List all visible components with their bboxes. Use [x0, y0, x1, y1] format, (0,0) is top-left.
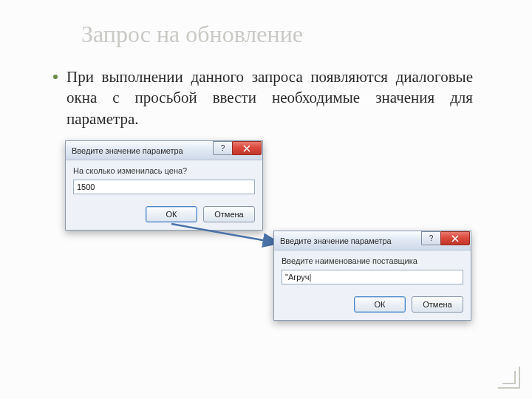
cancel-button[interactable]: Отмена [412, 296, 463, 313]
help-button[interactable]: ? [213, 141, 232, 155]
cancel-button[interactable]: Отмена [203, 206, 255, 222]
close-button[interactable] [232, 141, 262, 155]
bullet-icon [53, 75, 58, 79]
body-text-content: При выполнении данного запроса появляютс… [66, 68, 473, 128]
dialog1-titlebar[interactable]: Введите значение параметра ? [66, 141, 262, 160]
param-dialog-1: Введите значение параметра ? На сколько … [65, 140, 263, 231]
help-button[interactable]: ? [421, 231, 440, 245]
corner-decoration-icon [498, 366, 520, 389]
close-icon [451, 235, 459, 242]
close-icon [243, 145, 250, 152]
dialog2-titlebar[interactable]: Введите значение параметра ? [274, 231, 471, 250]
dialog1-input[interactable] [73, 180, 255, 194]
arrow-icon [170, 221, 288, 250]
body-text: При выполнении данного запроса появляютс… [66, 66, 473, 129]
slide-title: Запрос на обновление [81, 21, 303, 48]
ok-button[interactable]: ОК [146, 206, 197, 222]
svg-line-0 [171, 224, 279, 243]
dialog1-title: Введите значение параметра [72, 146, 183, 155]
dialog1-prompt: На сколько изменилась цена? [73, 166, 255, 175]
ok-button[interactable]: ОК [354, 296, 406, 313]
dialog2-input[interactable] [282, 270, 463, 284]
dialog2-title: Введите значение параметра [280, 236, 392, 245]
close-button[interactable] [440, 231, 470, 245]
dialog2-prompt: Введите наименование поставщика [282, 256, 463, 265]
param-dialog-2: Введите значение параметра ? Введите наи… [273, 231, 471, 321]
